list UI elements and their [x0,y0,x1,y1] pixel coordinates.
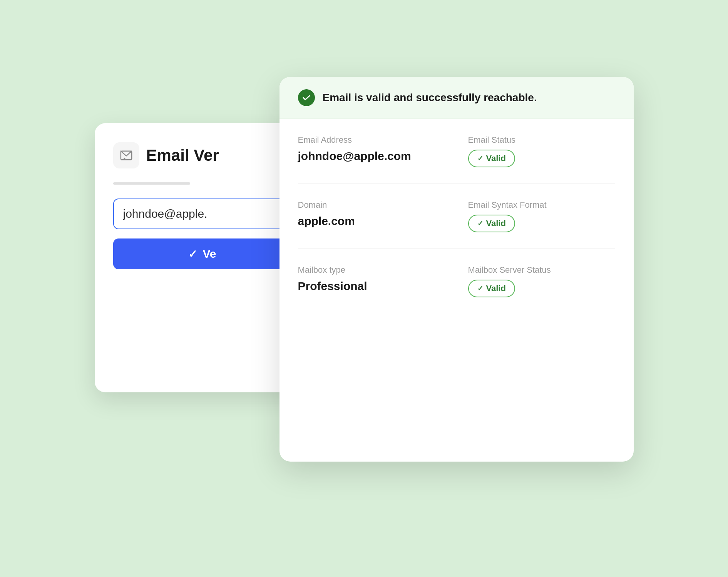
scene: Email Ver ✓ Ve Email is valid and succes… [95,77,634,500]
card-title: Email Ver [146,146,219,165]
syntax-format-badge: ✓ Valid [468,215,515,232]
mailbox-server-status-cell: Mailbox Server Status ✓ Valid [468,265,615,297]
result-row-domain: Domain apple.com Email Syntax Format ✓ V… [298,184,615,249]
syntax-format-badge-container: ✓ Valid [468,215,615,232]
success-check-icon [302,93,311,102]
email-status-value: Valid [486,153,506,163]
email-status-badge: ✓ Valid [468,150,515,167]
syntax-badge-check-icon: ✓ [477,219,483,228]
email-status-cell: Email Status ✓ Valid [468,135,615,167]
mailbox-server-status-value: Valid [486,283,506,294]
mailbox-type-value: Professional [298,280,445,293]
email-address-cell: Email Address johndoe@apple.com [298,135,445,167]
results-grid: Email Address johndoe@apple.com Email St… [279,119,634,314]
result-row-mailbox: Mailbox type Professional Mailbox Server… [298,249,615,314]
syntax-format-label: Email Syntax Format [468,200,615,210]
domain-value: apple.com [298,215,445,228]
email-icon-box [113,142,139,168]
verify-label: Ve [203,247,216,260]
mailbox-server-status-badge-container: ✓ Valid [468,280,615,297]
check-icon: ✓ [188,248,197,260]
domain-cell: Domain apple.com [298,200,445,232]
email-address-label: Email Address [298,135,445,145]
domain-label: Domain [298,200,445,210]
mailbox-type-label: Mailbox type [298,265,445,275]
email-icon [120,149,133,162]
mailbox-badge-check-icon: ✓ [477,284,483,293]
email-status-label: Email Status [468,135,615,145]
back-card: Email Ver ✓ Ve [95,123,310,392]
front-card: Email is valid and successfully reachabl… [279,77,634,462]
syntax-format-value: Valid [486,218,506,228]
mailbox-server-status-badge: ✓ Valid [468,280,515,297]
success-message: Email is valid and successfully reachabl… [323,92,537,104]
email-input[interactable] [113,198,292,229]
success-banner: Email is valid and successfully reachabl… [279,77,634,119]
mailbox-server-status-label: Mailbox Server Status [468,265,615,275]
divider-line [113,182,190,185]
email-address-value: johndoe@apple.com [298,150,445,163]
success-circle [298,89,315,106]
verify-button[interactable]: ✓ Ve [113,238,292,269]
mailbox-type-cell: Mailbox type Professional [298,265,445,297]
card-header: Email Ver [113,142,292,168]
email-status-badge-container: ✓ Valid [468,150,615,167]
badge-check-icon: ✓ [477,154,483,163]
result-row-email: Email Address johndoe@apple.com Email St… [298,119,615,184]
syntax-format-cell: Email Syntax Format ✓ Valid [468,200,615,232]
